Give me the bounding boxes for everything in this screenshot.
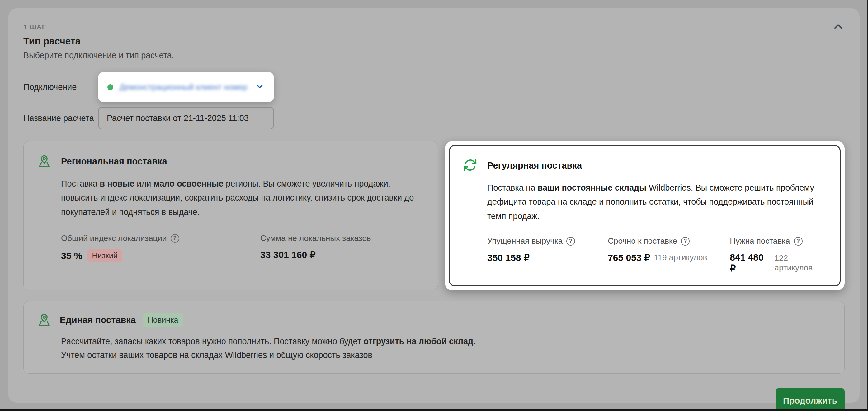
help-icon[interactable]: ? [794,237,803,246]
calc-name-row: Название расчета [23,107,845,129]
step-label: 1 ШАГ [23,23,845,31]
chevron-down-icon [255,81,265,93]
continue-button[interactable]: Продолжить [776,388,845,411]
calc-step-panel: 1 ШАГ Тип расчета Выберите подключение и… [8,8,860,403]
window-edge-bottom [0,409,868,411]
connection-select[interactable]: Демонстрационный клиент номер 1 [98,72,274,102]
page-title: Тип расчета [23,36,845,47]
map-pin-icon [37,154,52,169]
page-subtitle: Выберите подключение и тип расчета. [23,51,845,60]
card-description: Поставка в новые или мало освоенные реги… [61,177,422,219]
window-edge-right [867,0,868,411]
calc-name-input[interactable] [98,107,274,129]
chevron-up-icon [832,21,844,34]
spotlight-highlight: Регулярная поставка Поставка на ваши пос… [445,141,845,290]
card-title: Единая поставка [60,315,136,325]
collapse-panel-button[interactable] [830,20,846,35]
refresh-icon [463,158,478,173]
map-pin-icon [37,312,52,328]
card-regional-supply[interactable]: Региональная поставка Поставка в новые и… [23,141,438,290]
card-description: Поставка на ваши постоянные склады Wildb… [487,181,827,223]
stat-nonlocal-orders: Сумма не локальных заказов 33 301 160 ₽ [260,234,371,262]
help-icon[interactable]: ? [566,237,575,246]
supply-type-cards: Региональная поставка Поставка в новые и… [23,141,845,290]
card-title: Регулярная поставка [487,161,582,171]
card-united-supply[interactable]: Единая поставка Новинка Рассчитайте, зап… [23,301,845,373]
new-badge: Новинка [143,313,183,327]
stat-localization-index: Общий индекс локализации ? 35 % Низкий [61,234,260,262]
calc-name-label: Название расчета [23,113,98,123]
help-icon[interactable]: ? [170,234,179,243]
card-title: Региональная поставка [61,157,167,167]
stat-lost-revenue: Упущенная выручка ? 350 158 ₽ [487,236,608,274]
card-regular-supply[interactable]: Регулярная поставка Поставка на ваши пос… [449,145,841,286]
status-badge-low: Низкий [87,249,122,262]
help-icon[interactable]: ? [681,237,690,246]
footer: Продолжить [23,388,845,411]
status-dot-icon [107,84,113,90]
card-description: Рассчитайте, запасы каких товаров нужно … [61,335,831,362]
connection-label: Подключение [23,82,98,92]
stat-urgent-supply: Срочно к поставке ? 765 053 ₽ 119 артику… [608,236,730,274]
connection-value: Демонстрационный клиент номер 1 [120,82,250,92]
stat-needed-supply: Нужна поставка ? 841 480 ₽ 122 артикулов [730,236,827,274]
connection-row: Подключение Демонстрационный клиент номе… [23,72,845,102]
